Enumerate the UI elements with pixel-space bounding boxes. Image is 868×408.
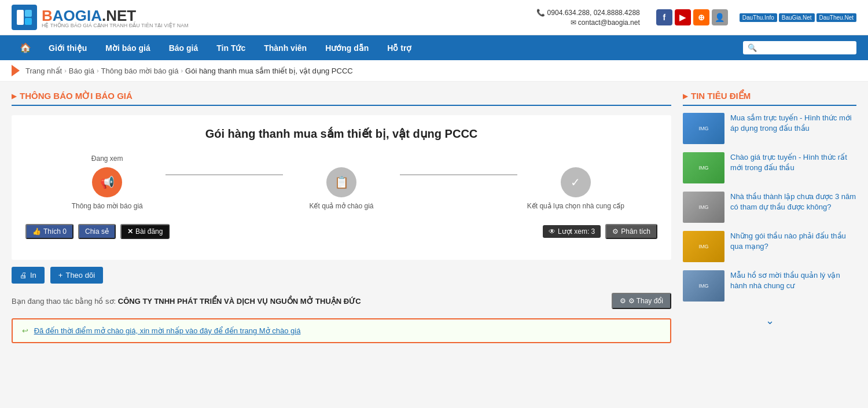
news-item-1: IMG Mua sắm trực tuyến - Hình thức mới á… xyxy=(683,113,856,144)
news-content-2: Chào giá trực tuyến - Hình thức rất mới … xyxy=(730,152,856,183)
breadcrumb-sep2: › xyxy=(97,67,99,74)
gear-icon: ⚙ xyxy=(612,227,619,236)
step3-label: Kết quả lựa chọn nhà cung cấp xyxy=(527,202,624,210)
step2-label: Kết quả mở chào giá xyxy=(309,202,373,210)
search-icon: 🔍 xyxy=(748,43,757,52)
breadcrumb-trang-nhat[interactable]: Trang nhất xyxy=(25,67,62,75)
nav-item-thanhvien[interactable]: Thành viên xyxy=(255,36,316,60)
plus-icon: + xyxy=(58,271,63,280)
logo-text-block: BAOGIA.NET HỆ THỐNG BÁO GIÁ CẠNH TRANH Đ… xyxy=(42,7,189,28)
content-area: THÔNG BÁO MỜI BÁO GIÁ Gói hàng thanh mua… xyxy=(12,91,671,343)
news-item-4: IMG Những gói thầu nào phải đấu thầu qua… xyxy=(683,231,856,262)
breadcrumb-baogia[interactable]: Báo giá xyxy=(69,67,94,75)
nav-item-baogia[interactable]: Báo giá xyxy=(160,36,208,60)
analyze-button[interactable]: ⚙ Phân tích xyxy=(605,224,657,239)
nav-item-moibaogia[interactable]: Mời báo giá xyxy=(96,36,159,60)
breadcrumb-thongbao[interactable]: Thông báo mời báo giá xyxy=(101,67,179,75)
svg-rect-1 xyxy=(25,10,32,17)
sidebar-more-button[interactable]: ⌄ xyxy=(683,310,856,332)
share-label: Chia sẻ xyxy=(85,227,109,236)
step1-label: Thông báo mời báo giá xyxy=(72,202,143,210)
company-name: CÔNG TY TNHH PHÁT TRIỂN VÀ DỊCH VỤ NGUỒN… xyxy=(118,297,361,306)
view-icon: 👁 xyxy=(549,227,556,236)
news-link-3[interactable]: Nhà thầu thành lập chưa được 3 năm có th… xyxy=(730,192,856,211)
main-container: THÔNG BÁO MỜI BÁO GIÁ Gói hàng thanh mua… xyxy=(0,82,868,352)
post-button[interactable]: ✕ Bài đăng xyxy=(120,224,170,239)
news-item-2: IMG Chào giá trực tuyến - Hình thức rất … xyxy=(683,152,856,183)
news-link-2[interactable]: Chào giá trực tuyến - Hình thức rất mới … xyxy=(730,153,847,172)
print-icon: 🖨 xyxy=(20,271,27,280)
partner-baogia-link[interactable]: BauGia.Net xyxy=(779,13,815,22)
alert-icon: ↩ xyxy=(22,326,28,335)
step-current-label: Đang xem xyxy=(91,155,123,163)
email-address: contact@baogia.net xyxy=(536,19,640,27)
like-button[interactable]: 👍 Thích 0 xyxy=(25,224,73,239)
view-badge: 👁 Lượt xem: 3 xyxy=(543,225,601,238)
change-gear-icon: ⚙ xyxy=(620,297,626,305)
thumb-placeholder-3: IMG xyxy=(683,192,724,223)
news-content-4: Những gói thầu nào phải đấu thầu qua mạn… xyxy=(730,231,856,262)
user-icon[interactable]: 👤 xyxy=(712,9,728,25)
nav-home[interactable]: 🏠 xyxy=(12,35,39,60)
alert-box: ↩ Đã đến thời điểm mở chào giá, xin mời … xyxy=(12,318,671,343)
search-input[interactable] xyxy=(759,43,852,52)
youtube-icon[interactable]: ▶ xyxy=(675,9,691,25)
news-link-5[interactable]: Mẫu hồ sơ mời thầu quản lý vận hành nhà … xyxy=(730,271,840,290)
thumb-placeholder-2: IMG xyxy=(683,152,724,183)
nav-item-tintuc[interactable]: Tin Tức xyxy=(207,36,255,60)
alert-link[interactable]: Đã đến thời điểm mở chào giá, xin mời nh… xyxy=(34,326,301,335)
phone-number: 0904.634.288, 024.8888.4288 xyxy=(536,9,640,17)
nav-item-gioithieu[interactable]: Giới thiệu xyxy=(39,36,96,60)
facebook-icon[interactable]: f xyxy=(656,9,672,25)
news-thumb-4: IMG xyxy=(683,231,724,262)
header-right: 0904.634.288, 024.8888.4288 contact@baog… xyxy=(536,9,856,27)
news-link-1[interactable]: Mua sắm trực tuyến - Hình thức mới áp dụ… xyxy=(730,113,852,133)
news-thumb-5: IMG xyxy=(683,270,724,302)
breadcrumb-current: Gói hàng thanh mua sắm thiết bị, vật dụn… xyxy=(185,67,353,75)
logo-icon xyxy=(12,5,37,30)
news-thumb-3: IMG xyxy=(683,192,724,223)
step-line-2 xyxy=(400,174,517,175)
nav-item-huongdan[interactable]: Hướng dẫn xyxy=(316,36,378,60)
follow-button[interactable]: + Theo dõi xyxy=(50,267,103,284)
article-card: Gói hàng thanh mua sắm thiết bị, vật dụn… xyxy=(12,115,671,260)
steps-container: Đang xem 📢 Thông báo mời báo giá _ 📋 Kết… xyxy=(25,155,657,210)
svg-rect-2 xyxy=(25,18,32,25)
news-content-1: Mua sắm trực tuyến - Hình thức mới áp dụ… xyxy=(730,113,856,144)
nav-item-hotro[interactable]: Hỗ trợ xyxy=(378,36,421,60)
partner-dautheu-link[interactable]: DauTheu.Net xyxy=(816,13,856,22)
news-content-3: Nhà thầu thành lập chưa được 3 năm có th… xyxy=(730,192,856,223)
print-button[interactable]: 🖨 In xyxy=(12,267,45,284)
thumb-placeholder-1: IMG xyxy=(683,113,724,144)
breadcrumb-sep3: › xyxy=(181,67,183,74)
profile-bar: Bạn đang thao tác bằng hồ sơ: CÔNG TY TN… xyxy=(12,293,671,309)
logo-tagline: HỆ THỐNG BÁO GIÁ CẠNH TRANH ĐẦU TIÊN TẠI… xyxy=(42,23,189,28)
step1-circle: 📢 xyxy=(92,167,122,197)
views-label: Lượt xem: 3 xyxy=(558,227,595,236)
news-thumb-2: IMG xyxy=(683,152,724,183)
partner-dauthu-link[interactable]: DauThu.Info xyxy=(740,13,777,22)
step-1: Đang xem 📢 Thông báo mời báo giá xyxy=(49,155,165,210)
change-button[interactable]: ⚙ ⚙ Thay đổi xyxy=(612,293,671,309)
share-button[interactable]: Chia sẻ xyxy=(78,224,116,239)
follow-label: Theo dõi xyxy=(65,271,95,280)
share-bar: 👍 Thích 0 Chia sẻ ✕ Bài đăng 👁 Lượt xem:… xyxy=(25,224,657,239)
step-line-1 xyxy=(165,174,282,175)
rss-icon[interactable]: ⊕ xyxy=(693,9,709,25)
social-icons: f ▶ ⊕ 👤 xyxy=(656,9,728,25)
top-header: BAOGIA.NET HỆ THỐNG BÁO GIÁ CẠNH TRANH Đ… xyxy=(0,0,868,35)
section-title: THÔNG BÁO MỜI BÁO GIÁ xyxy=(12,91,671,106)
thumb-placeholder-4: IMG xyxy=(683,231,724,262)
breadcrumb: Trang nhất › Báo giá › Thông báo mời báo… xyxy=(0,60,868,82)
main-nav: 🏠 Giới thiệu Mời báo giá Báo giá Tin Tức… xyxy=(0,35,868,60)
profile-text: Bạn đang thao tác bằng hồ sơ: CÔNG TY TN… xyxy=(12,297,361,306)
news-link-4[interactable]: Những gói thầu nào phải đấu thầu qua mạn… xyxy=(730,231,846,251)
post-label: Bài đăng xyxy=(135,227,163,236)
news-item-5: IMG Mẫu hồ sơ mời thầu quản lý vận hành … xyxy=(683,270,856,302)
svg-rect-0 xyxy=(17,10,24,25)
news-content-5: Mẫu hồ sơ mời thầu quản lý vận hành nhà … xyxy=(730,270,856,302)
print-label: In xyxy=(30,271,36,280)
change-label: ⚙ Thay đổi xyxy=(628,297,663,305)
action-bar: 🖨 In + Theo dõi xyxy=(12,267,671,284)
x-icon: ✕ xyxy=(127,227,133,236)
